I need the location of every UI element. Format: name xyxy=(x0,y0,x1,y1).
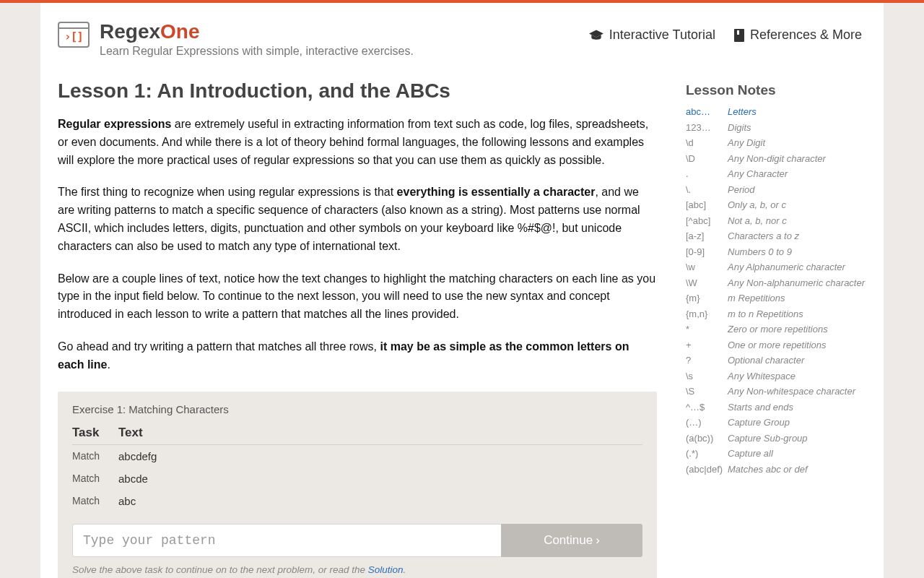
p2-strong: everything is essentially a character xyxy=(397,186,596,198)
table-row: Matchabcdefg xyxy=(72,444,642,467)
lesson-note-row[interactable]: {m}m Repetitions xyxy=(686,290,866,306)
brand-block: RegexOne Learn Regular Expressions with … xyxy=(100,22,589,58)
note-desc: Any Whitespace xyxy=(728,368,866,384)
note-desc: Any Digit xyxy=(728,135,866,151)
header: ›[] RegexOne Learn Regular Expressions w… xyxy=(40,3,884,58)
note-pattern: [^abc] xyxy=(686,213,728,229)
note-pattern: ^…$ xyxy=(686,400,728,415)
note-desc: Period xyxy=(728,182,866,198)
nav-references-label: References & More xyxy=(750,27,862,43)
note-pattern: ? xyxy=(686,353,728,368)
lesson-note-row[interactable]: ^…$Starts and ends xyxy=(686,400,866,415)
continue-button[interactable]: Continue › xyxy=(501,524,642,557)
lesson-note-row[interactable]: {m,n}m to n Repetitions xyxy=(686,306,866,322)
note-desc: Optional character xyxy=(728,353,866,368)
note-desc: Matches abc or def xyxy=(728,462,866,478)
lesson-note-row[interactable]: *Zero or more repetitions xyxy=(686,322,866,337)
lesson-note-row[interactable]: \dAny Digit xyxy=(686,135,866,151)
lesson-note-row[interactable]: \wAny Alphanumeric character xyxy=(686,259,866,275)
sidebar: Lesson Notes abc…Letters123…Digits\dAny … xyxy=(686,79,866,578)
note-desc: Capture all xyxy=(728,446,866,462)
pattern-input[interactable] xyxy=(72,524,501,557)
hint-suffix: . xyxy=(404,564,406,575)
lesson-note-row[interactable]: (abc|def)Matches abc or def xyxy=(686,462,866,478)
col-header-text: Text xyxy=(118,421,642,445)
note-pattern: \. xyxy=(686,182,728,198)
lesson-note-row[interactable]: [0-9]Numbers 0 to 9 xyxy=(686,244,866,260)
exercise-table: Task Text MatchabcdefgMatchabcdeMatchabc xyxy=(72,421,642,512)
page-container: ›[] RegexOne Learn Regular Expressions w… xyxy=(40,3,884,578)
note-pattern: . xyxy=(686,166,728,182)
graduation-cap-icon xyxy=(589,30,603,41)
lesson-note-row[interactable]: abc…Letters xyxy=(686,104,866,120)
table-row: Matchabcde xyxy=(72,467,642,490)
nav-tutorial-label: Interactive Tutorial xyxy=(609,27,715,43)
note-desc: Zero or more repetitions xyxy=(728,322,866,337)
lesson-note-row[interactable]: [^abc]Not a, b, nor c xyxy=(686,213,866,229)
lesson-note-row[interactable]: \sAny Whitespace xyxy=(686,368,866,384)
task-cell: Match xyxy=(72,467,118,490)
note-desc: Capture Group xyxy=(728,415,866,431)
note-desc: Not a, b, nor c xyxy=(728,213,866,229)
body: Lesson 1: An Introduction, and the ABCs … xyxy=(40,58,884,578)
note-pattern: \w xyxy=(686,259,728,275)
lesson-note-row[interactable]: [abc]Only a, b, or c xyxy=(686,197,866,213)
note-desc: One or more repetitions xyxy=(728,337,866,353)
lesson-note-row[interactable]: [a-z]Characters a to z xyxy=(686,228,866,244)
lesson-note-row[interactable]: \WAny Non-alphanumeric character xyxy=(686,275,866,291)
note-desc: Only a, b, or c xyxy=(728,197,866,213)
note-pattern: + xyxy=(686,337,728,353)
paragraph-3: Below are a couple lines of text, notice… xyxy=(58,270,657,324)
note-pattern: 123… xyxy=(686,120,728,136)
lesson-note-row[interactable]: +One or more repetitions xyxy=(686,337,866,353)
lesson-note-row[interactable]: 123…Digits xyxy=(686,120,866,136)
note-pattern: (…) xyxy=(686,415,728,431)
exercise-box: Exercise 1: Matching Characters Task Tex… xyxy=(58,392,657,578)
note-desc: Digits xyxy=(728,120,866,136)
note-pattern: \D xyxy=(686,151,728,167)
lesson-note-row[interactable]: \SAny Non-whitespace character xyxy=(686,384,866,400)
note-pattern: (a(bc)) xyxy=(686,431,728,447)
note-desc: m to n Repetitions xyxy=(728,306,866,322)
note-pattern: \W xyxy=(686,275,728,291)
text-cell: abc xyxy=(118,490,642,512)
solution-link[interactable]: Solution xyxy=(368,564,404,575)
p2-a: The first thing to recognize when using … xyxy=(58,186,397,198)
logo-icon[interactable]: ›[] xyxy=(58,22,90,48)
lesson-note-row[interactable]: (a(bc))Capture Sub-group xyxy=(686,431,866,447)
lesson-note-row[interactable]: (…)Capture Group xyxy=(686,415,866,431)
hint-text: Solve the above task to continue on to t… xyxy=(72,564,642,575)
lesson-title: Lesson 1: An Introduction, and the ABCs xyxy=(58,79,657,103)
lesson-note-row[interactable]: \DAny Non-digit character xyxy=(686,151,866,167)
hint-prefix: Solve the above task to continue on to t… xyxy=(72,564,368,575)
paragraph-1: Regular expressions are extremely useful… xyxy=(58,116,657,169)
site-title[interactable]: RegexOne xyxy=(100,22,589,42)
note-pattern: [a-z] xyxy=(686,228,728,244)
note-desc: Letters xyxy=(728,104,866,120)
table-row: Matchabc xyxy=(72,490,642,512)
book-icon xyxy=(734,29,744,42)
text-cell: abcde xyxy=(118,467,642,490)
note-pattern: * xyxy=(686,322,728,337)
lesson-note-row[interactable]: ?Optional character xyxy=(686,353,866,368)
nav-interactive-tutorial[interactable]: Interactive Tutorial xyxy=(589,27,715,43)
chevron-right-icon: › xyxy=(596,533,600,548)
lesson-note-row[interactable]: (.*)Capture all xyxy=(686,446,866,462)
note-desc: Characters a to z xyxy=(728,228,866,244)
note-desc: Any Non-digit character xyxy=(728,151,866,167)
lesson-note-row[interactable]: \.Period xyxy=(686,182,866,198)
tagline: Learn Regular Expressions with simple, i… xyxy=(100,45,589,58)
note-desc: m Repetitions xyxy=(728,290,866,306)
paragraph-2: The first thing to recognize when using … xyxy=(58,184,657,255)
note-pattern: (abc|def) xyxy=(686,462,728,478)
nav-references[interactable]: References & More xyxy=(734,27,862,43)
p4-c: . xyxy=(107,358,110,371)
p4-a: Go ahead and try writing a pattern that … xyxy=(58,340,380,353)
note-desc: Numbers 0 to 9 xyxy=(728,244,866,260)
note-pattern: abc… xyxy=(686,104,728,120)
input-row: Continue › xyxy=(72,524,642,557)
note-desc: Capture Sub-group xyxy=(728,431,866,447)
p1-strong: Regular expressions xyxy=(58,118,171,130)
lesson-note-row[interactable]: .Any Character xyxy=(686,166,866,182)
text-cell: abcdefg xyxy=(118,444,642,467)
